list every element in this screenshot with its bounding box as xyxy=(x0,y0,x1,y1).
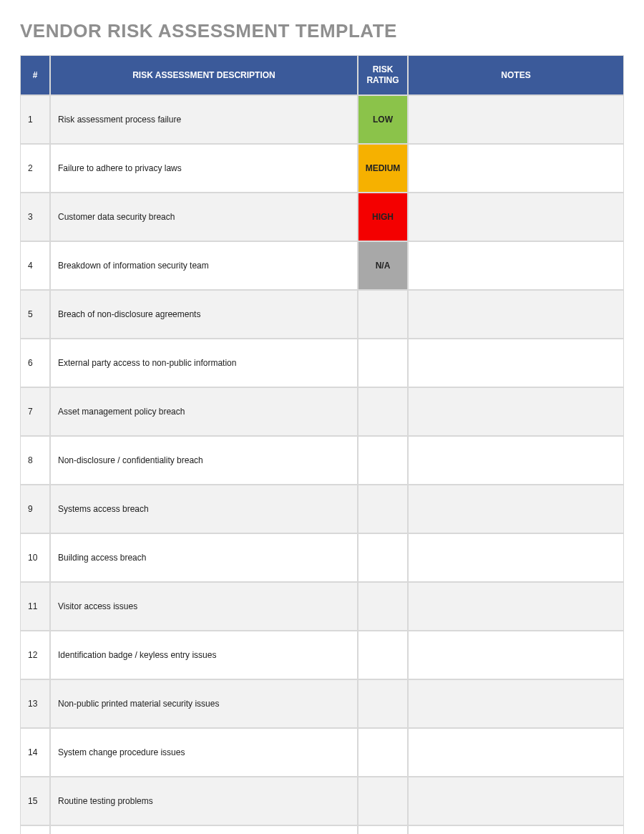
row-description: Systems access breach xyxy=(50,485,358,533)
row-notes xyxy=(408,485,624,533)
row-notes xyxy=(408,582,624,631)
risk-badge xyxy=(366,397,400,427)
row-risk-rating xyxy=(358,290,408,339)
row-number: 14 xyxy=(20,728,50,777)
row-number: 2 xyxy=(20,144,50,193)
row-notes xyxy=(408,679,624,728)
table-row: 1Risk assessment process failureLOW xyxy=(20,95,624,144)
row-number: 8 xyxy=(20,436,50,485)
table-row: 5Breach of non-disclosure agreements xyxy=(20,290,624,339)
table-row: 6External party access to non-public inf… xyxy=(20,339,624,387)
row-notes xyxy=(408,241,624,290)
row-notes xyxy=(408,144,624,193)
table-row: 14System change procedure issues xyxy=(20,728,624,777)
row-number: 6 xyxy=(20,339,50,387)
row-number: 11 xyxy=(20,582,50,631)
row-description: Identification badge / keyless entry iss… xyxy=(50,631,358,679)
header-description: RISK ASSESSMENT DESCRIPTION xyxy=(50,55,358,95)
table-row: 12Identification badge / keyless entry i… xyxy=(20,631,624,679)
table-row: 8Non-disclosure / confidentiality breach xyxy=(20,436,624,485)
row-risk-rating xyxy=(358,436,408,485)
table-row: 10Building access breach xyxy=(20,533,624,582)
risk-badge xyxy=(366,689,400,719)
row-description: Routine testing problems xyxy=(50,777,358,825)
row-number: 1 xyxy=(20,95,50,144)
row-notes xyxy=(408,825,624,834)
table-row: 13Non-public printed material security i… xyxy=(20,679,624,728)
row-number: 9 xyxy=(20,485,50,533)
row-risk-rating xyxy=(358,679,408,728)
table-row: 3Customer data security breachHIGH xyxy=(20,193,624,241)
row-notes xyxy=(408,436,624,485)
risk-badge: N/A xyxy=(366,251,400,281)
page-title: VENDOR RISK ASSESSMENT TEMPLATE xyxy=(20,20,624,42)
row-description: Customer data security breach xyxy=(50,193,358,241)
risk-badge xyxy=(366,299,400,329)
row-risk-rating xyxy=(358,728,408,777)
row-notes xyxy=(408,95,624,144)
header-risk: RISK RATING xyxy=(358,55,408,95)
row-risk-rating: N/A xyxy=(358,241,408,290)
row-description: Asset management policy breach xyxy=(50,387,358,436)
row-description: Breach of non-disclosure agreements xyxy=(50,290,358,339)
table-row: 4Breakdown of information security teamN… xyxy=(20,241,624,290)
table-row: 16Password protection system breakdown xyxy=(20,825,624,834)
row-risk-rating xyxy=(358,387,408,436)
row-notes xyxy=(408,777,624,825)
header-number: # xyxy=(20,55,50,95)
row-number: 3 xyxy=(20,193,50,241)
risk-badge xyxy=(366,786,400,816)
risk-badge xyxy=(366,348,400,378)
row-risk-rating: HIGH xyxy=(358,193,408,241)
table-row: 15Routine testing problems xyxy=(20,777,624,825)
row-description: Breakdown of information security team xyxy=(50,241,358,290)
row-risk-rating: LOW xyxy=(358,95,408,144)
row-number: 7 xyxy=(20,387,50,436)
row-notes xyxy=(408,193,624,241)
risk-badge: LOW xyxy=(366,105,400,135)
row-description: External party access to non-public info… xyxy=(50,339,358,387)
row-risk-rating xyxy=(358,533,408,582)
row-description: Building access breach xyxy=(50,533,358,582)
row-number: 16 xyxy=(20,825,50,834)
risk-badge xyxy=(366,445,400,475)
risk-badge xyxy=(366,494,400,524)
row-risk-rating xyxy=(358,582,408,631)
row-risk-rating xyxy=(358,339,408,387)
row-number: 4 xyxy=(20,241,50,290)
assessment-table: # RISK ASSESSMENT DESCRIPTION RISK RATIN… xyxy=(20,55,624,834)
row-notes xyxy=(408,728,624,777)
row-description: System change procedure issues xyxy=(50,728,358,777)
risk-badge xyxy=(366,591,400,621)
row-risk-rating xyxy=(358,631,408,679)
risk-badge xyxy=(366,543,400,573)
risk-badge: MEDIUM xyxy=(366,153,400,183)
row-number: 5 xyxy=(20,290,50,339)
risk-badge: HIGH xyxy=(366,202,400,232)
row-description: Non-public printed material security iss… xyxy=(50,679,358,728)
row-notes xyxy=(408,387,624,436)
table-header-row: # RISK ASSESSMENT DESCRIPTION RISK RATIN… xyxy=(20,55,624,95)
row-notes xyxy=(408,290,624,339)
row-number: 15 xyxy=(20,777,50,825)
row-number: 12 xyxy=(20,631,50,679)
row-description: Risk assessment process failure xyxy=(50,95,358,144)
row-risk-rating xyxy=(358,825,408,834)
row-description: Failure to adhere to privacy laws xyxy=(50,144,358,193)
row-description: Password protection system breakdown xyxy=(50,825,358,834)
row-risk-rating: MEDIUM xyxy=(358,144,408,193)
row-notes xyxy=(408,339,624,387)
table-row: 11Visitor access issues xyxy=(20,582,624,631)
row-risk-rating xyxy=(358,777,408,825)
row-number: 13 xyxy=(20,679,50,728)
table-row: 2Failure to adhere to privacy lawsMEDIUM xyxy=(20,144,624,193)
risk-badge xyxy=(366,737,400,767)
table-row: 9Systems access breach xyxy=(20,485,624,533)
row-number: 10 xyxy=(20,533,50,582)
row-notes xyxy=(408,533,624,582)
row-description: Visitor access issues xyxy=(50,582,358,631)
header-notes: NOTES xyxy=(408,55,624,95)
row-notes xyxy=(408,631,624,679)
row-risk-rating xyxy=(358,485,408,533)
table-row: 7Asset management policy breach xyxy=(20,387,624,436)
